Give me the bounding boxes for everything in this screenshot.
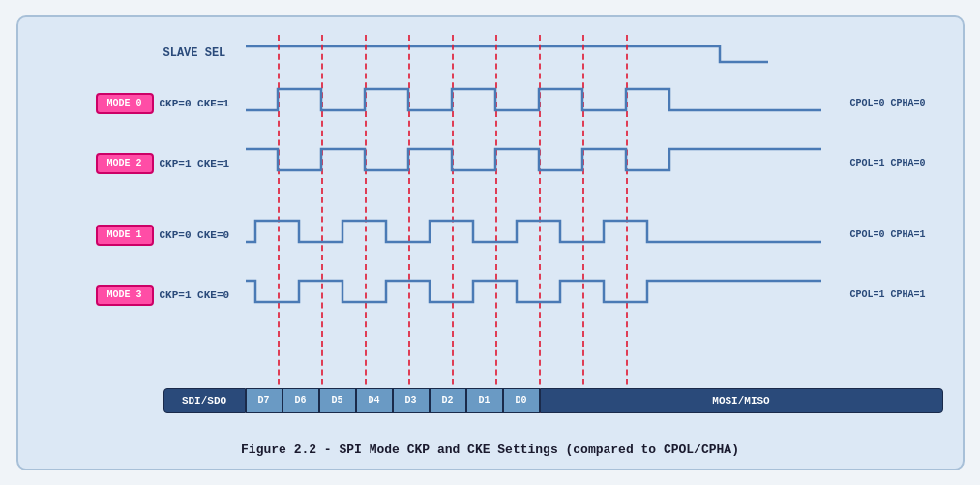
figure-caption: Figure 2.2 - SPI Mode CKP and CKE Settin… — [38, 442, 943, 457]
mode-2-waveform — [246, 141, 821, 180]
data-cell-mosimiso: MOSI/MISO — [540, 388, 943, 413]
slave-sel-label: SLAVE SEL — [163, 46, 226, 60]
data-cell-d1: D1 — [466, 388, 503, 413]
data-cell-d5: D5 — [319, 388, 356, 413]
data-cell-d4: D4 — [356, 388, 393, 413]
data-cell-d3: D3 — [393, 388, 430, 413]
mode-2-badge: MODE 2 — [96, 153, 154, 174]
diagram-container: SLAVE SEL MODE 0 CKP=0 CKE=1 CPOL=0 C — [16, 15, 965, 470]
data-cell-sdisdo: SDI/SDO — [163, 388, 246, 413]
mode-2-row: MODE 2 CKP=1 CKE=1 — [96, 153, 247, 174]
mode-3-row: MODE 3 CKP=1 CKE=0 — [96, 285, 247, 306]
mode-2-params: CKP=1 CKE=1 — [160, 158, 247, 169]
mode-0-params: CKP=0 CKE=1 — [160, 98, 247, 109]
data-row: SDI/SDO D7 D6 D5 D4 D3 D2 D1 D0 MOSI/MIS… — [163, 388, 943, 413]
diagram-area: SLAVE SEL MODE 0 CKP=0 CKE=1 CPOL=0 C — [38, 35, 943, 435]
mode-2-cpol: CPOL=1 CPHA=0 — [849, 158, 925, 168]
mode-3-params: CKP=1 CKE=0 — [160, 289, 247, 301]
data-cell-d2: D2 — [430, 388, 466, 413]
mode-1-badge: MODE 1 — [96, 225, 154, 246]
slave-sel-waveform — [246, 43, 821, 70]
mode-0-cpol: CPOL=0 CPHA=0 — [849, 98, 925, 108]
data-cell-d0: D0 — [503, 388, 540, 413]
mode-0-row: MODE 0 CKP=0 CKE=1 — [96, 93, 247, 114]
data-cell-d7: D7 — [246, 388, 282, 413]
mode-3-badge: MODE 3 — [96, 285, 154, 306]
data-cell-d6: D6 — [282, 388, 319, 413]
mode-0-badge: MODE 0 — [96, 93, 154, 114]
mode-1-params: CKP=0 CKE=0 — [160, 229, 247, 241]
mode-1-row: MODE 1 CKP=0 CKE=0 — [96, 225, 247, 246]
mode-3-cpol: CPOL=1 CPHA=1 — [849, 289, 925, 300]
mode-0-waveform — [246, 81, 821, 120]
mode-3-waveform — [246, 273, 821, 312]
mode-1-cpol: CPOL=0 CPHA=1 — [849, 229, 925, 240]
mode-1-waveform — [246, 213, 821, 252]
